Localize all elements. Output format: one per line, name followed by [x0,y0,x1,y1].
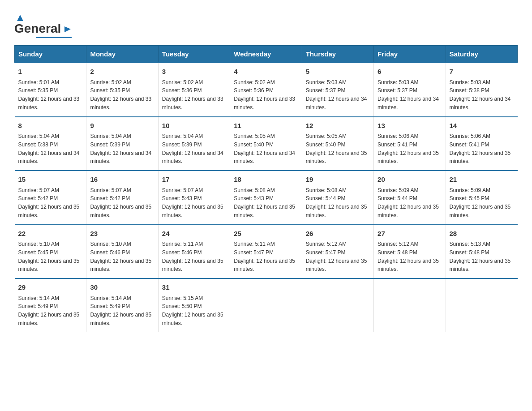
col-header-wednesday: Wednesday [230,46,302,63]
day-info: Sunrise: 5:08 AMSunset: 5:43 PMDaylight:… [234,187,295,218]
col-header-sunday: Sunday [15,46,86,63]
day-info: Sunrise: 5:14 AMSunset: 5:49 PMDaylight:… [18,295,80,326]
day-number: 7 [450,67,514,77]
calendar-cell [446,278,517,332]
day-number: 2 [90,67,154,77]
calendar-cell: 29Sunrise: 5:14 AMSunset: 5:49 PMDayligh… [15,278,86,332]
day-info: Sunrise: 5:07 AMSunset: 5:42 PMDaylight:… [90,187,151,218]
day-info: Sunrise: 5:06 AMSunset: 5:41 PMDaylight:… [378,133,439,164]
calendar-cell: 7Sunrise: 5:03 AMSunset: 5:38 PMDaylight… [446,63,517,117]
calendar-cell: 21Sunrise: 5:09 AMSunset: 5:45 PMDayligh… [446,171,517,225]
day-info: Sunrise: 5:02 AMSunset: 5:36 PMDaylight:… [234,79,295,111]
calendar-header-row: SundayMondayTuesdayWednesdayThursdayFrid… [15,46,518,63]
calendar-cell: 31Sunrise: 5:15 AMSunset: 5:50 PMDayligh… [158,278,230,332]
day-info: Sunrise: 5:09 AMSunset: 5:44 PMDaylight:… [378,187,439,218]
col-header-monday: Monday [86,46,158,63]
logo: General [14,11,73,38]
day-info: Sunrise: 5:07 AMSunset: 5:42 PMDaylight:… [18,187,80,218]
day-number: 21 [450,175,514,185]
day-info: Sunrise: 5:10 AMSunset: 5:46 PMDaylight:… [90,241,151,272]
calendar-cell: 12Sunrise: 5:05 AMSunset: 5:40 PMDayligh… [302,117,373,171]
logo-general-line2: General [14,21,61,36]
day-number: 11 [234,121,298,131]
day-number: 26 [306,229,370,239]
day-number: 12 [306,121,370,131]
calendar-cell: 25Sunrise: 5:11 AMSunset: 5:47 PMDayligh… [230,225,302,279]
day-info: Sunrise: 5:01 AMSunset: 5:35 PMDaylight:… [18,79,80,111]
col-header-thursday: Thursday [302,46,373,63]
logo-arrow-icon [63,24,73,34]
calendar-week-row: 15Sunrise: 5:07 AMSunset: 5:42 PMDayligh… [15,171,518,225]
day-info: Sunrise: 5:02 AMSunset: 5:36 PMDaylight:… [162,79,223,111]
calendar-cell: 24Sunrise: 5:11 AMSunset: 5:46 PMDayligh… [158,225,230,279]
day-info: Sunrise: 5:06 AMSunset: 5:41 PMDaylight:… [450,133,511,164]
day-number: 8 [18,121,83,131]
day-info: Sunrise: 5:12 AMSunset: 5:48 PMDaylight:… [378,241,439,272]
day-number: 22 [18,229,83,239]
day-number: 16 [90,175,154,185]
calendar-cell: 2Sunrise: 5:02 AMSunset: 5:35 PMDaylight… [86,63,158,117]
calendar-week-row: 22Sunrise: 5:10 AMSunset: 5:45 PMDayligh… [15,225,518,279]
day-number: 17 [162,175,226,185]
day-info: Sunrise: 5:05 AMSunset: 5:40 PMDaylight:… [306,133,367,164]
day-info: Sunrise: 5:03 AMSunset: 5:37 PMDaylight:… [378,79,439,111]
day-number: 14 [450,121,514,131]
calendar-cell: 15Sunrise: 5:07 AMSunset: 5:42 PMDayligh… [15,171,86,225]
calendar-cell: 19Sunrise: 5:08 AMSunset: 5:44 PMDayligh… [302,171,373,225]
calendar-cell [302,278,373,332]
day-info: Sunrise: 5:04 AMSunset: 5:38 PMDaylight:… [18,133,80,164]
day-info: Sunrise: 5:11 AMSunset: 5:47 PMDaylight:… [234,241,295,272]
day-info: Sunrise: 5:14 AMSunset: 5:49 PMDaylight:… [90,295,151,326]
calendar-cell: 13Sunrise: 5:06 AMSunset: 5:41 PMDayligh… [374,117,446,171]
day-number: 3 [162,67,226,77]
day-number: 25 [234,229,298,239]
day-info: Sunrise: 5:04 AMSunset: 5:39 PMDaylight:… [90,133,151,164]
calendar-cell: 3Sunrise: 5:02 AMSunset: 5:36 PMDaylight… [158,63,230,117]
calendar-cell: 1Sunrise: 5:01 AMSunset: 5:35 PMDaylight… [15,63,86,117]
day-info: Sunrise: 5:09 AMSunset: 5:45 PMDaylight:… [450,187,511,218]
day-number: 30 [90,283,154,293]
calendar-cell: 20Sunrise: 5:09 AMSunset: 5:44 PMDayligh… [374,171,446,225]
day-info: Sunrise: 5:07 AMSunset: 5:43 PMDaylight:… [162,187,223,218]
day-info: Sunrise: 5:03 AMSunset: 5:37 PMDaylight:… [306,79,367,111]
page-header: General [14,11,518,38]
calendar-cell: 17Sunrise: 5:07 AMSunset: 5:43 PMDayligh… [158,171,230,225]
calendar-cell: 28Sunrise: 5:13 AMSunset: 5:48 PMDayligh… [446,225,517,279]
calendar-cell: 11Sunrise: 5:05 AMSunset: 5:40 PMDayligh… [230,117,302,171]
day-info: Sunrise: 5:03 AMSunset: 5:38 PMDaylight:… [450,79,511,111]
col-header-friday: Friday [374,46,446,63]
calendar-cell: 30Sunrise: 5:14 AMSunset: 5:49 PMDayligh… [86,278,158,332]
day-number: 15 [18,175,83,185]
day-number: 13 [378,121,442,131]
calendar-cell [230,278,302,332]
day-number: 29 [18,283,83,293]
logo-underline [36,37,72,38]
calendar-cell: 23Sunrise: 5:10 AMSunset: 5:46 PMDayligh… [86,225,158,279]
svg-marker-1 [64,26,71,32]
calendar-cell: 10Sunrise: 5:04 AMSunset: 5:39 PMDayligh… [158,117,230,171]
day-info: Sunrise: 5:11 AMSunset: 5:46 PMDaylight:… [162,241,223,272]
day-info: Sunrise: 5:02 AMSunset: 5:35 PMDaylight:… [90,79,151,111]
calendar-cell: 9Sunrise: 5:04 AMSunset: 5:39 PMDaylight… [86,117,158,171]
day-number: 23 [90,229,154,239]
day-info: Sunrise: 5:04 AMSunset: 5:39 PMDaylight:… [162,133,223,164]
day-number: 1 [18,67,83,77]
calendar-cell [374,278,446,332]
calendar-cell: 18Sunrise: 5:08 AMSunset: 5:43 PMDayligh… [230,171,302,225]
day-info: Sunrise: 5:10 AMSunset: 5:45 PMDaylight:… [18,241,80,272]
day-info: Sunrise: 5:13 AMSunset: 5:48 PMDaylight:… [450,241,511,272]
day-number: 19 [306,175,370,185]
calendar-cell: 16Sunrise: 5:07 AMSunset: 5:42 PMDayligh… [86,171,158,225]
day-number: 24 [162,229,226,239]
calendar-cell: 5Sunrise: 5:03 AMSunset: 5:37 PMDaylight… [302,63,373,117]
day-info: Sunrise: 5:15 AMSunset: 5:50 PMDaylight:… [162,295,223,326]
day-number: 9 [90,121,154,131]
day-info: Sunrise: 5:08 AMSunset: 5:44 PMDaylight:… [306,187,367,218]
day-number: 10 [162,121,226,131]
day-info: Sunrise: 5:05 AMSunset: 5:40 PMDaylight:… [234,133,295,164]
calendar-cell: 8Sunrise: 5:04 AMSunset: 5:38 PMDaylight… [15,117,86,171]
day-number: 5 [306,67,370,77]
calendar-table: SundayMondayTuesdayWednesdayThursdayFrid… [14,45,518,332]
calendar-cell: 6Sunrise: 5:03 AMSunset: 5:37 PMDaylight… [374,63,446,117]
day-number: 28 [450,229,514,239]
